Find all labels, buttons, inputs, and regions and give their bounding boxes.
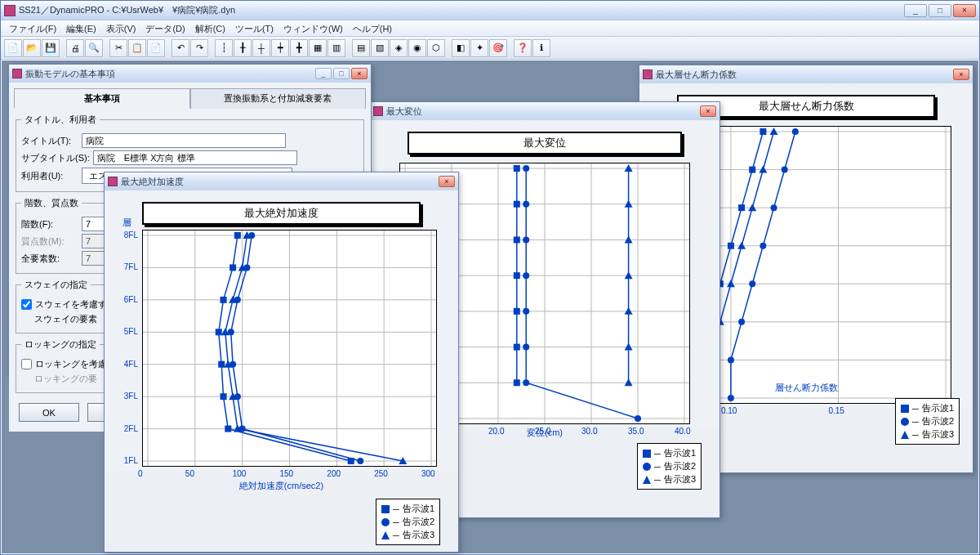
tb-tool15-icon[interactable]: 🎯 bbox=[489, 39, 507, 57]
svg-point-61 bbox=[523, 272, 529, 279]
tb-tool2-icon[interactable]: ╂ bbox=[234, 39, 252, 57]
tb-paste-icon[interactable]: 📄 bbox=[147, 39, 165, 57]
rocking-checkbox[interactable] bbox=[21, 359, 32, 369]
menu-data[interactable]: データ(D) bbox=[140, 20, 189, 36]
svg-point-21 bbox=[738, 319, 745, 325]
svg-rect-52 bbox=[514, 308, 520, 315]
svg-marker-66 bbox=[625, 343, 633, 351]
title-field[interactable] bbox=[82, 133, 286, 148]
svg-rect-15 bbox=[728, 243, 734, 249]
window-title: SS21／DynamicPRO - C:¥UsrWeb¥ ¥病院¥病院.dyn bbox=[19, 4, 904, 16]
child-close-icon[interactable]: × bbox=[439, 176, 455, 187]
window-icon bbox=[12, 69, 22, 78]
svg-point-57 bbox=[635, 415, 641, 422]
tab-basic[interactable]: 基本事項 bbox=[14, 88, 190, 109]
menu-window[interactable]: ウィンドウ(W) bbox=[278, 20, 348, 36]
tb-tool14-icon[interactable]: ✦ bbox=[470, 39, 488, 57]
menu-edit[interactable]: 編集(E) bbox=[61, 20, 101, 36]
chart-accel-ylabel: 層 bbox=[122, 217, 131, 229]
tb-save-icon[interactable]: 💾 bbox=[42, 39, 60, 57]
child-min-icon[interactable]: _ bbox=[315, 68, 332, 79]
tb-print-icon[interactable]: 🖨 bbox=[66, 39, 84, 57]
tb-tool13-icon[interactable]: ◧ bbox=[452, 39, 470, 57]
subtitle-field[interactable] bbox=[93, 150, 297, 165]
chart-accel-plot: 0501001502002503001FL2FL3FL4FL5FL6FL7FL8… bbox=[142, 230, 437, 467]
svg-rect-17 bbox=[749, 167, 755, 173]
tb-info-icon[interactable]: ℹ bbox=[532, 39, 550, 57]
svg-point-62 bbox=[523, 236, 529, 243]
tb-tool1-icon[interactable]: ┆ bbox=[215, 39, 233, 57]
svg-point-58 bbox=[523, 379, 529, 386]
svg-point-25 bbox=[782, 167, 788, 173]
tb-cut-icon[interactable]: ✂ bbox=[109, 39, 127, 57]
menu-help[interactable]: ヘルプ(H) bbox=[348, 20, 397, 36]
mdi-area: 最大層せん断力係数 × 最大層せん断力係数 0.100.150.20 層せん断力… bbox=[2, 60, 978, 553]
svg-point-59 bbox=[523, 344, 529, 351]
child-max-icon[interactable]: □ bbox=[333, 68, 350, 79]
chart-disp-legend: ─告示波1 ─告示波2 ─告示波3 bbox=[637, 443, 702, 490]
main-window: SS21／DynamicPRO - C:¥UsrWeb¥ ¥病院¥病院.dyn … bbox=[0, 0, 980, 555]
svg-point-63 bbox=[523, 201, 529, 208]
child-close-icon[interactable]: × bbox=[700, 105, 716, 117]
tb-new-icon[interactable]: 📄 bbox=[4, 39, 22, 57]
minimize-button[interactable]: _ bbox=[904, 4, 927, 17]
menu-tool[interactable]: ツール(T) bbox=[230, 20, 278, 36]
maximize-button[interactable]: □ bbox=[929, 4, 951, 17]
tb-copy-icon[interactable]: 📋 bbox=[128, 39, 146, 57]
chart-shear-legend: ─告示波1 ─告示波2 ─告示波3 bbox=[895, 398, 960, 445]
tb-tool6-icon[interactable]: ▦ bbox=[309, 39, 327, 57]
tb-tool7-icon[interactable]: ▥ bbox=[327, 39, 345, 57]
svg-marker-30 bbox=[727, 280, 735, 287]
svg-rect-55 bbox=[514, 201, 520, 208]
menubar: ファイル(F) 編集(E) 表示(V) データ(D) 解析(C) ツール(T) … bbox=[1, 20, 979, 37]
tb-tool12-icon[interactable]: ⬡ bbox=[427, 39, 445, 57]
svg-point-26 bbox=[792, 128, 799, 135]
tb-tool5-icon[interactable]: ╋ bbox=[290, 39, 308, 57]
chart-accel-title: 最大絶対加速度 bbox=[142, 202, 421, 225]
svg-rect-88 bbox=[225, 426, 231, 432]
svg-rect-54 bbox=[514, 236, 520, 243]
tb-undo-icon[interactable]: ↶ bbox=[172, 39, 189, 57]
tab-damping[interactable]: 置換振動系と付加減衰要素 bbox=[190, 88, 367, 109]
svg-point-20 bbox=[728, 356, 734, 363]
floors-field[interactable] bbox=[82, 217, 106, 231]
svg-point-24 bbox=[771, 204, 777, 211]
chart-window-accel[interactable]: 最大絶対加速度 × 最大絶対加速度 層 0501001502002503001F… bbox=[104, 172, 459, 553]
total-field bbox=[82, 251, 106, 266]
tb-preview-icon[interactable]: 🔍 bbox=[85, 39, 103, 57]
svg-rect-56 bbox=[514, 165, 520, 172]
child-close-icon[interactable]: × bbox=[351, 68, 368, 79]
child-close-icon[interactable]: × bbox=[953, 69, 969, 80]
menu-file[interactable]: ファイル(F) bbox=[4, 20, 61, 36]
svg-rect-94 bbox=[234, 232, 241, 239]
app-icon bbox=[4, 5, 16, 16]
sway-checkbox[interactable] bbox=[21, 299, 32, 310]
svg-point-22 bbox=[749, 280, 755, 287]
svg-rect-90 bbox=[218, 361, 225, 368]
tb-tool8-icon[interactable]: ▤ bbox=[352, 39, 370, 57]
masses-field bbox=[82, 234, 106, 248]
toolbar: 📄 📂 💾 🖨 🔍 ✂ 📋 📄 ↶ ↷ ┆ ╂ ┼ ┿ ╋ ▦ ▥ ▤ ▧ ◈ … bbox=[1, 37, 979, 60]
tb-tool3-icon[interactable]: ┼ bbox=[252, 39, 270, 57]
tb-tool4-icon[interactable]: ┿ bbox=[271, 39, 289, 57]
svg-rect-93 bbox=[229, 264, 236, 271]
window-icon bbox=[108, 177, 118, 186]
svg-point-19 bbox=[728, 395, 734, 401]
tb-tool11-icon[interactable]: ◉ bbox=[408, 39, 426, 57]
close-button[interactable]: × bbox=[953, 4, 976, 17]
tb-open-icon[interactable]: 📂 bbox=[23, 39, 41, 57]
svg-rect-51 bbox=[514, 344, 520, 351]
svg-rect-92 bbox=[220, 297, 227, 303]
tb-redo-icon[interactable]: ↷ bbox=[190, 39, 208, 57]
chart-accel-xlabel: 絶対加速度(cm/sec2) bbox=[105, 480, 458, 492]
menu-view[interactable]: 表示(V) bbox=[101, 20, 141, 36]
tb-tool9-icon[interactable]: ▧ bbox=[371, 39, 389, 57]
menu-analysis[interactable]: 解析(C) bbox=[190, 20, 230, 36]
ok-button[interactable]: OK bbox=[19, 403, 79, 422]
tb-help-icon[interactable]: ❓ bbox=[514, 39, 532, 57]
svg-rect-16 bbox=[738, 204, 745, 211]
chart-shear-wtitle: 最大層せん断力係数 bbox=[656, 69, 953, 81]
tb-tool10-icon[interactable]: ◈ bbox=[390, 39, 408, 57]
main-titlebar[interactable]: SS21／DynamicPRO - C:¥UsrWeb¥ ¥病院¥病院.dyn … bbox=[1, 1, 979, 20]
chart-accel-wtitle: 最大絶対加速度 bbox=[121, 176, 439, 188]
